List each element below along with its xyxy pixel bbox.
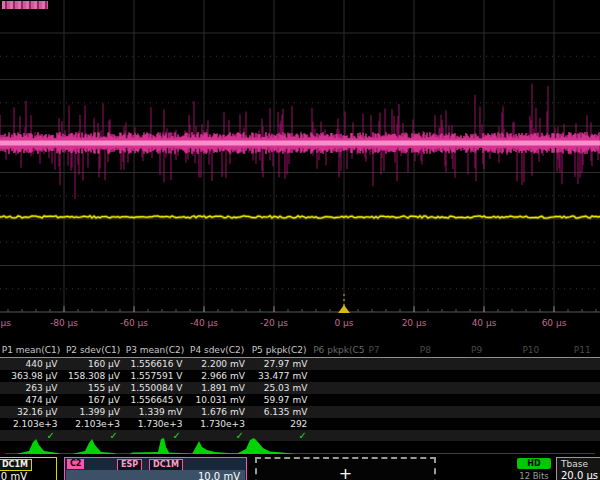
measure-empty xyxy=(312,358,364,370)
parameter-header-empty[interactable]: P11 xyxy=(571,344,600,357)
measure-empty xyxy=(416,370,468,382)
measure-sdev: 1.339 mV xyxy=(125,406,187,418)
axis-tick-label: 0 µs xyxy=(334,318,353,328)
table-row-sdev: 32.16 µV1.399 µV1.339 mV1.676 mV6.135 mV xyxy=(0,406,600,418)
axis-tick-label: -40 µs xyxy=(190,318,218,328)
c1-coupling-badge: DC1M xyxy=(0,459,32,471)
measure-sdev: 6.135 mV xyxy=(250,406,312,418)
parameter-header[interactable]: P5 pkpk(C2) xyxy=(248,344,310,357)
measure-max: 474 µV xyxy=(0,394,62,406)
table-header-row: P1 mean(C1)P2 sdev(C1)P3 mean(C2)P4 sdev… xyxy=(0,344,600,358)
parameter-header-empty[interactable]: P10 xyxy=(519,344,570,357)
parameter-header[interactable]: P4 sdev(C2) xyxy=(186,344,248,357)
table-row-max: 474 µV167 µV1.556645 V10.031 mV59.97 mV xyxy=(0,394,600,406)
measure-mean: 33.477 mV xyxy=(250,370,312,382)
histicon-p5[interactable] xyxy=(236,438,296,454)
measure-empty xyxy=(312,394,364,406)
measure-empty xyxy=(519,418,571,430)
measure-table: P1 mean(C1)P2 sdev(C1)P3 mean(C2)P4 sdev… xyxy=(0,344,600,441)
timebase-value: 20.0 µs xyxy=(557,469,600,480)
measure-empty xyxy=(467,418,519,430)
measure-num: 292 xyxy=(250,418,312,430)
measure-empty xyxy=(364,370,416,382)
table-row-min: 263 µV155 µV1.550084 V1.891 mV25.03 mV xyxy=(0,382,600,394)
c2-channel-badge: C2 xyxy=(67,459,84,469)
histicon-p3[interactable] xyxy=(130,438,192,454)
measure-num: 2.103e+3 xyxy=(0,418,62,430)
histicon-p1[interactable] xyxy=(16,439,60,454)
measure-empty xyxy=(416,394,468,406)
parameter-header-empty[interactable]: P9 xyxy=(468,344,519,357)
measure-min: 263 µV xyxy=(0,382,62,394)
axis-tick-label: 60 µs xyxy=(542,318,567,328)
channel-descriptor-c2[interactable]: C2 ESP DC1M 10.0 mV xyxy=(64,457,247,480)
measure-empty xyxy=(570,406,600,418)
measure-max: 10.031 mV xyxy=(187,394,249,406)
measure-empty xyxy=(416,358,468,370)
axis-tick-label: -80 µs xyxy=(50,318,78,328)
measure-empty xyxy=(519,358,571,370)
measure-num: 1.730e+3 xyxy=(187,418,249,430)
bits-label: 12 Bits xyxy=(509,471,559,480)
table-row-mean: 363.98 µV158.308 µV1.557591 V2.966 mV33.… xyxy=(0,370,600,382)
measure-empty xyxy=(312,406,364,418)
measure-sdev: 1.399 µV xyxy=(62,406,124,418)
measure-mean: 363.98 µV xyxy=(0,370,62,382)
measure-empty xyxy=(364,358,416,370)
measure-empty xyxy=(364,382,416,394)
timebase-descriptor[interactable]: Tbase 20.0 µs xyxy=(556,457,600,480)
measure-value: 160 µV xyxy=(62,358,124,370)
table-row-num: 2.103e+32.103e+31.730e+31.730e+3292 xyxy=(0,418,600,430)
measure-empty xyxy=(467,382,519,394)
top-left-annotation xyxy=(2,1,48,9)
measure-empty xyxy=(570,358,600,370)
axis-tick-label: 20 µs xyxy=(402,318,427,328)
parameter-header[interactable]: P3 mean(C2) xyxy=(124,344,186,357)
measure-max: 1.556645 V xyxy=(125,394,187,406)
measure-empty xyxy=(467,358,519,370)
histicon-row xyxy=(0,436,600,458)
measure-empty xyxy=(570,382,600,394)
measure-min: 155 µV xyxy=(62,382,124,394)
measure-empty xyxy=(519,406,571,418)
measure-min: 1.550084 V xyxy=(125,382,187,394)
c1-scale-value: 10.0 mV xyxy=(0,471,27,480)
add-trace-button[interactable]: + xyxy=(255,457,436,480)
measure-empty xyxy=(519,382,571,394)
measure-empty xyxy=(467,394,519,406)
timebase-axis: -100 µs-80 µs-60 µs-40 µs-20 µs0 µs20 µs… xyxy=(0,312,600,334)
axis-tick-label: -60 µs xyxy=(120,318,148,328)
axis-tick-label: -20 µs xyxy=(260,318,288,328)
axis-tick-label: 40 µs xyxy=(472,318,497,328)
histicon-p2[interactable] xyxy=(72,439,116,454)
histicon-p4[interactable] xyxy=(192,441,242,454)
parameter-header[interactable]: P1 mean(C1) xyxy=(0,344,62,357)
oscilloscope-screen: -100 µs-80 µs-60 µs-40 µs-20 µs0 µs20 µs… xyxy=(0,0,600,480)
hd-mode-badge[interactable]: HD xyxy=(517,458,551,469)
parameter-header-empty[interactable]: P6 pkpk(C5) xyxy=(310,344,365,357)
c2-scale-value: 10.0 mV xyxy=(198,471,240,480)
measure-num: 2.103e+3 xyxy=(62,418,124,430)
measure-empty xyxy=(312,382,364,394)
measure-min: 1.891 mV xyxy=(187,382,249,394)
measure-empty xyxy=(364,418,416,430)
channel-descriptor-c1[interactable]: C1 DC1M 10.0 mV xyxy=(0,457,57,480)
measure-empty xyxy=(467,406,519,418)
measure-value: 2.200 mV xyxy=(187,358,249,370)
parameter-header-empty[interactable]: P7 xyxy=(365,344,416,357)
parameter-header[interactable]: P2 sdev(C1) xyxy=(62,344,124,357)
measure-value: 440 µV xyxy=(0,358,62,370)
measure-max: 59.97 mV xyxy=(250,394,312,406)
measure-num: 1.730e+3 xyxy=(125,418,187,430)
c1-trace xyxy=(0,216,600,218)
measure-mean: 158.308 µV xyxy=(62,370,124,382)
measure-empty xyxy=(312,418,364,430)
parameter-header-empty[interactable]: P8 xyxy=(417,344,468,357)
measure-empty xyxy=(416,406,468,418)
measure-mean: 2.966 mV xyxy=(187,370,249,382)
measure-empty xyxy=(416,382,468,394)
measure-empty xyxy=(570,394,600,406)
measure-empty xyxy=(312,370,364,382)
measure-empty xyxy=(416,418,468,430)
measure-sdev: 1.676 mV xyxy=(187,406,249,418)
